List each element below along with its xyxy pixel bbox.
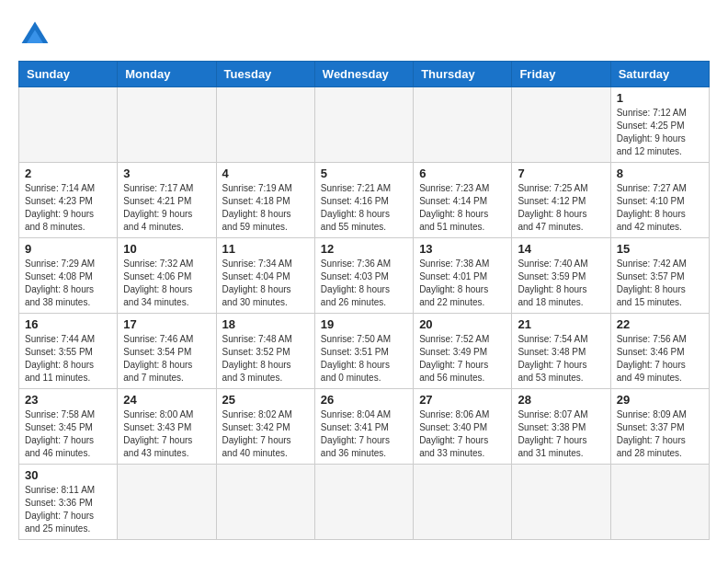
calendar-cell: 17Sunrise: 7:46 AM Sunset: 3:54 PM Dayli… <box>118 314 216 389</box>
day-number: 26 <box>321 393 407 407</box>
day-number: 18 <box>222 317 309 331</box>
day-info: Sunrise: 7:23 AM Sunset: 4:14 PM Dayligh… <box>419 182 506 234</box>
day-info: Sunrise: 7:48 AM Sunset: 3:52 PM Dayligh… <box>222 333 309 385</box>
calendar-cell: 30Sunrise: 8:11 AM Sunset: 3:36 PM Dayli… <box>19 465 118 540</box>
day-number: 6 <box>419 167 506 180</box>
day-number: 22 <box>617 317 703 331</box>
day-number: 21 <box>518 317 604 331</box>
weekday-header-monday: Monday <box>118 62 216 87</box>
day-info: Sunrise: 7:42 AM Sunset: 3:57 PM Dayligh… <box>617 258 703 309</box>
calendar-cell: 29Sunrise: 8:09 AM Sunset: 3:37 PM Dayli… <box>610 389 709 465</box>
calendar-cell <box>118 465 216 540</box>
day-info: Sunrise: 8:11 AM Sunset: 3:36 PM Dayligh… <box>25 484 111 535</box>
day-info: Sunrise: 7:44 AM Sunset: 3:55 PM Dayligh… <box>25 333 111 385</box>
calendar-cell <box>216 87 314 163</box>
day-number: 25 <box>222 393 309 407</box>
day-number: 12 <box>321 242 407 256</box>
calendar-cell: 23Sunrise: 7:58 AM Sunset: 3:45 PM Dayli… <box>19 389 118 465</box>
day-number: 20 <box>419 317 506 331</box>
calendar-cell: 5Sunrise: 7:21 AM Sunset: 4:16 PM Daylig… <box>314 163 413 238</box>
calendar-cell: 11Sunrise: 7:34 AM Sunset: 4:04 PM Dayli… <box>216 238 314 314</box>
calendar-week-row: 16Sunrise: 7:44 AM Sunset: 3:55 PM Dayli… <box>19 314 710 389</box>
day-info: Sunrise: 7:12 AM Sunset: 4:25 PM Dayligh… <box>617 107 703 158</box>
calendar-week-row: 2Sunrise: 7:14 AM Sunset: 4:23 PM Daylig… <box>19 163 710 238</box>
day-number: 10 <box>123 242 210 256</box>
day-info: Sunrise: 7:36 AM Sunset: 4:03 PM Dayligh… <box>321 258 407 309</box>
day-info: Sunrise: 7:46 AM Sunset: 3:54 PM Dayligh… <box>123 333 210 385</box>
calendar-cell: 10Sunrise: 7:32 AM Sunset: 4:06 PM Dayli… <box>118 238 216 314</box>
day-info: Sunrise: 7:21 AM Sunset: 4:16 PM Dayligh… <box>321 182 407 234</box>
calendar-cell: 9Sunrise: 7:29 AM Sunset: 4:08 PM Daylig… <box>19 238 118 314</box>
calendar-cell: 25Sunrise: 8:02 AM Sunset: 3:42 PM Dayli… <box>216 389 314 465</box>
day-number: 16 <box>25 317 111 331</box>
calendar-cell: 21Sunrise: 7:54 AM Sunset: 3:48 PM Dayli… <box>512 314 610 389</box>
logo-icon <box>18 18 51 52</box>
page-header <box>18 18 710 52</box>
day-info: Sunrise: 7:40 AM Sunset: 3:59 PM Dayligh… <box>518 258 604 309</box>
calendar-cell: 24Sunrise: 8:00 AM Sunset: 3:43 PM Dayli… <box>118 389 216 465</box>
day-number: 17 <box>123 317 210 331</box>
day-number: 2 <box>25 167 111 180</box>
calendar-cell: 7Sunrise: 7:25 AM Sunset: 4:12 PM Daylig… <box>512 163 610 238</box>
calendar-cell: 15Sunrise: 7:42 AM Sunset: 3:57 PM Dayli… <box>610 238 709 314</box>
calendar-cell <box>314 87 413 163</box>
weekday-header-sunday: Sunday <box>19 62 118 87</box>
day-info: Sunrise: 7:29 AM Sunset: 4:08 PM Dayligh… <box>25 258 111 309</box>
day-number: 7 <box>518 167 604 180</box>
calendar-week-row: 30Sunrise: 8:11 AM Sunset: 3:36 PM Dayli… <box>19 465 710 540</box>
day-info: Sunrise: 7:56 AM Sunset: 3:46 PM Dayligh… <box>617 333 703 385</box>
calendar-cell: 12Sunrise: 7:36 AM Sunset: 4:03 PM Dayli… <box>314 238 413 314</box>
day-number: 3 <box>123 167 210 180</box>
calendar-cell <box>19 87 118 163</box>
day-info: Sunrise: 7:17 AM Sunset: 4:21 PM Dayligh… <box>123 182 210 234</box>
day-info: Sunrise: 8:04 AM Sunset: 3:41 PM Dayligh… <box>321 408 407 460</box>
day-info: Sunrise: 8:07 AM Sunset: 3:38 PM Dayligh… <box>518 408 604 460</box>
day-number: 13 <box>419 242 506 256</box>
day-number: 5 <box>321 167 407 180</box>
calendar-cell <box>414 87 512 163</box>
day-number: 9 <box>25 242 111 256</box>
weekday-header-row: SundayMondayTuesdayWednesdayThursdayFrid… <box>19 62 710 87</box>
logo <box>18 18 57 52</box>
calendar-cell: 8Sunrise: 7:27 AM Sunset: 4:10 PM Daylig… <box>610 163 709 238</box>
calendar-cell: 13Sunrise: 7:38 AM Sunset: 4:01 PM Dayli… <box>414 238 512 314</box>
day-info: Sunrise: 7:27 AM Sunset: 4:10 PM Dayligh… <box>617 182 703 234</box>
day-info: Sunrise: 8:06 AM Sunset: 3:40 PM Dayligh… <box>419 408 506 460</box>
weekday-header-tuesday: Tuesday <box>216 62 314 87</box>
calendar-cell <box>118 87 216 163</box>
day-number: 1 <box>617 91 703 105</box>
calendar-cell <box>216 465 314 540</box>
calendar-cell: 4Sunrise: 7:19 AM Sunset: 4:18 PM Daylig… <box>216 163 314 238</box>
day-number: 8 <box>617 167 703 180</box>
day-number: 28 <box>518 393 604 407</box>
day-info: Sunrise: 8:09 AM Sunset: 3:37 PM Dayligh… <box>617 408 703 460</box>
day-number: 4 <box>222 167 309 180</box>
day-info: Sunrise: 7:54 AM Sunset: 3:48 PM Dayligh… <box>518 333 604 385</box>
day-number: 30 <box>25 468 111 482</box>
day-number: 24 <box>123 393 210 407</box>
calendar-cell <box>314 465 413 540</box>
calendar-cell <box>610 465 709 540</box>
calendar-cell: 2Sunrise: 7:14 AM Sunset: 4:23 PM Daylig… <box>19 163 118 238</box>
day-info: Sunrise: 7:50 AM Sunset: 3:51 PM Dayligh… <box>321 333 407 385</box>
day-number: 23 <box>25 393 111 407</box>
weekday-header-friday: Friday <box>512 62 610 87</box>
day-info: Sunrise: 8:00 AM Sunset: 3:43 PM Dayligh… <box>123 408 210 460</box>
calendar-cell: 27Sunrise: 8:06 AM Sunset: 3:40 PM Dayli… <box>414 389 512 465</box>
calendar-cell: 16Sunrise: 7:44 AM Sunset: 3:55 PM Dayli… <box>19 314 118 389</box>
weekday-header-saturday: Saturday <box>610 62 709 87</box>
calendar-cell <box>512 465 610 540</box>
day-info: Sunrise: 7:34 AM Sunset: 4:04 PM Dayligh… <box>222 258 309 309</box>
calendar-cell: 22Sunrise: 7:56 AM Sunset: 3:46 PM Dayli… <box>610 314 709 389</box>
calendar-cell <box>512 87 610 163</box>
day-info: Sunrise: 7:19 AM Sunset: 4:18 PM Dayligh… <box>222 182 309 234</box>
day-number: 27 <box>419 393 506 407</box>
day-info: Sunrise: 7:32 AM Sunset: 4:06 PM Dayligh… <box>123 258 210 309</box>
day-number: 11 <box>222 242 309 256</box>
calendar-cell: 6Sunrise: 7:23 AM Sunset: 4:14 PM Daylig… <box>414 163 512 238</box>
calendar-cell: 18Sunrise: 7:48 AM Sunset: 3:52 PM Dayli… <box>216 314 314 389</box>
calendar-cell: 20Sunrise: 7:52 AM Sunset: 3:49 PM Dayli… <box>414 314 512 389</box>
day-info: Sunrise: 8:02 AM Sunset: 3:42 PM Dayligh… <box>222 408 309 460</box>
calendar-table: SundayMondayTuesdayWednesdayThursdayFrid… <box>18 61 710 540</box>
calendar-cell: 28Sunrise: 8:07 AM Sunset: 3:38 PM Dayli… <box>512 389 610 465</box>
